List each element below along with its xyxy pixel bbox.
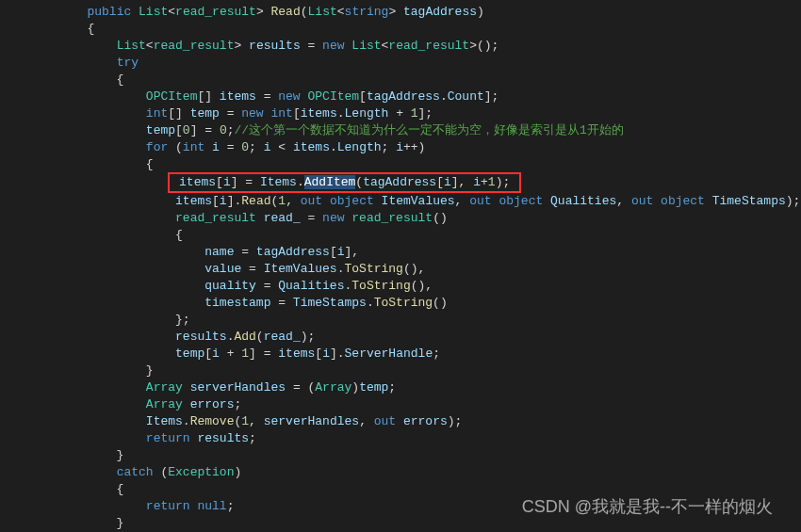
code-line: catch (Exception) (28, 464, 801, 481)
code-line: timestamp = TimeStamps.ToString() (28, 295, 801, 312)
code-line: } (28, 447, 801, 464)
code-line: }; (28, 312, 801, 329)
code-line: int[] temp = new int[items.Length + 1]; (28, 105, 801, 122)
code-line: List<read_result> results = new List<rea… (28, 38, 801, 55)
code-line: name = tagAddress[i], (28, 244, 801, 261)
code-line: value = ItemValues.ToString(), (28, 261, 801, 278)
code-line: { (28, 156, 801, 173)
code-line: Items.Remove(1, serverHandles, out error… (28, 413, 801, 430)
code-line: Array errors; (28, 396, 801, 413)
code-line: read_result read_ = new read_result() (28, 210, 801, 227)
code-line: Array serverHandles = (Array)temp; (28, 379, 801, 396)
code-line: { (28, 481, 801, 498)
code-line: { (28, 227, 801, 244)
code-line: { (28, 21, 801, 38)
code-line: items[i].Read(1, out object ItemValues, … (28, 193, 801, 210)
code-line: return null; (28, 498, 801, 515)
code-line: public List<read_result> Read(List<strin… (28, 4, 801, 21)
code-line: temp[0] = 0;//这个第一个数据不知道为什么一定不能为空，好像是索引是… (28, 122, 801, 139)
code-line: return results; (28, 430, 801, 447)
code-editor[interactable]: public List<read_result> Read(List<strin… (28, 4, 801, 532)
code-line: results.Add(read_); (28, 329, 801, 346)
code-line: quality = Qualities.ToString(), (28, 278, 801, 295)
code-line: } (28, 363, 801, 379)
selected-text: AddItem (304, 175, 356, 189)
code-line: temp[i + 1] = items[i].ServerHandle; (28, 346, 801, 363)
code-line: for (int i = 0; i < items.Length; i++) (28, 139, 801, 156)
code-line: } (28, 515, 801, 532)
highlight-box: items[i] = Items.AddItem(tagAddress[i], … (168, 172, 521, 193)
code-line: try (28, 55, 801, 72)
code-line-highlighted: items[i] = Items.AddItem(tagAddress[i], … (28, 173, 801, 193)
code-line: OPCItem[] items = new OPCItem[tagAddress… (28, 89, 801, 105)
code-line: { (28, 72, 801, 89)
